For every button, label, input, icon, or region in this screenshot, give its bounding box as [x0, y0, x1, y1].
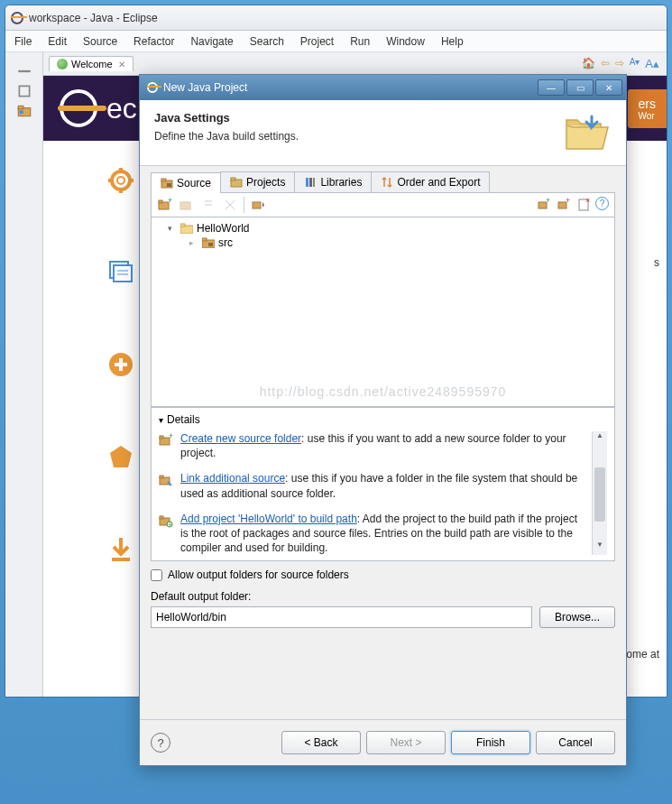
- source-toolbar: + + + × ?: [151, 193, 615, 217]
- watermark-text: http://blog.csdn.net/active2489595970: [260, 384, 507, 399]
- tab-projects[interactable]: Projects: [220, 171, 295, 192]
- dialog-content: Source Projects Libraries Order and Expo…: [140, 166, 626, 719]
- svg-rect-44: [160, 436, 163, 439]
- browse-button[interactable]: Browse...: [539, 606, 615, 628]
- menubar: File Edit Source Refactor Navigate Searc…: [5, 31, 667, 52]
- menu-file[interactable]: File: [14, 35, 32, 48]
- help-icon[interactable]: ?: [595, 197, 609, 210]
- svg-rect-21: [167, 183, 171, 187]
- banner-title: ec: [106, 92, 137, 125]
- details-scrollbar[interactable]: ▲ ▼: [592, 431, 607, 555]
- menu-edit[interactable]: Edit: [48, 35, 67, 48]
- svg-rect-28: [159, 200, 162, 203]
- tab-welcome[interactable]: Welcome ✕: [49, 56, 133, 71]
- tab-close-icon[interactable]: ✕: [118, 60, 125, 69]
- menu-refactor[interactable]: Refactor: [133, 35, 174, 48]
- projects-icon: [230, 176, 243, 189]
- cancel-button[interactable]: Cancel: [536, 731, 615, 754]
- menu-help[interactable]: Help: [441, 35, 464, 48]
- back-icon[interactable]: ⇦: [601, 57, 610, 70]
- tabbar-tools: 🏠 ⇦ ⇨ A▾ A▴: [582, 57, 667, 70]
- svg-text:+: +: [566, 198, 570, 205]
- svg-rect-39: [180, 224, 185, 226]
- back-button[interactable]: < Back: [281, 731, 361, 754]
- order-export-icon: [381, 176, 393, 189]
- source-folder-icon: [202, 237, 215, 248]
- window-controls: — ▭ ✕: [538, 79, 622, 96]
- default-output-input[interactable]: [151, 606, 532, 628]
- svg-rect-26: [313, 178, 315, 187]
- menu-navigate[interactable]: Navigate: [190, 35, 233, 48]
- tab-source[interactable]: Source: [151, 172, 221, 193]
- tree-project-row[interactable]: ▾ HelloWorld: [155, 221, 611, 236]
- svg-point-6: [117, 177, 124, 184]
- package-explorer-icon[interactable]: [16, 103, 32, 119]
- tab-libraries-label: Libraries: [320, 176, 362, 189]
- menu-source[interactable]: Source: [83, 35, 117, 48]
- tab-libraries[interactable]: Libraries: [294, 171, 372, 192]
- welcome-shortcuts: [106, 166, 135, 563]
- scroll-up-icon[interactable]: ▲: [593, 431, 607, 446]
- details-header[interactable]: ▾ Details: [159, 413, 607, 426]
- minimize-icon[interactable]: [16, 63, 32, 79]
- header-title: Java Settings: [154, 111, 561, 125]
- toggle-icon[interactable]: [250, 197, 266, 213]
- download-icon[interactable]: [106, 534, 135, 563]
- badge-top: ers: [639, 97, 656, 111]
- left-gutter: [5, 52, 43, 697]
- help-button[interactable]: ?: [151, 733, 170, 753]
- side-text-1: s: [654, 256, 659, 269]
- chevron-down-icon[interactable]: ▾: [168, 224, 177, 233]
- gear-icon[interactable]: [106, 166, 135, 195]
- svg-text:+: +: [546, 198, 550, 205]
- scroll-thumb[interactable]: [594, 467, 605, 522]
- menu-search[interactable]: Search: [250, 35, 284, 48]
- filter-icon[interactable]: ×: [575, 197, 592, 213]
- add-folder-icon[interactable]: +: [157, 197, 173, 213]
- svg-rect-42: [208, 243, 213, 246]
- next-button[interactable]: Next >: [366, 731, 446, 754]
- svg-point-4: [19, 110, 23, 115]
- svg-text:+: +: [168, 521, 172, 528]
- samples-icon[interactable]: [106, 442, 135, 471]
- allow-output-checkbox[interactable]: [151, 569, 162, 581]
- dialog-titlebar[interactable]: New Java Project — ▭ ✕: [140, 75, 626, 100]
- svg-rect-24: [306, 178, 308, 187]
- link-source-link[interactable]: Link additional source: [180, 472, 285, 485]
- tree-src-row[interactable]: ▸ src: [155, 236, 611, 250]
- link-source-folder-icon: [159, 473, 173, 487]
- maximize-button[interactable]: ▭: [566, 79, 594, 96]
- chevron-down-icon[interactable]: ▾: [159, 415, 163, 425]
- detail-create-source: + Create new source folder: use this if …: [159, 431, 585, 460]
- edit-icon[interactable]: [200, 197, 216, 213]
- menu-run[interactable]: Run: [350, 35, 370, 48]
- allow-output-checkbox-row[interactable]: Allow output folders for source folders: [151, 568, 615, 581]
- new-java-project-dialog: New Java Project — ▭ ✕ Java Settings Def…: [139, 74, 627, 766]
- minimize-button[interactable]: —: [538, 79, 565, 96]
- text-large-icon[interactable]: A▴: [645, 57, 659, 70]
- svg-rect-0: [18, 70, 31, 72]
- close-button[interactable]: ✕: [595, 79, 622, 96]
- forward-icon[interactable]: ⇨: [615, 57, 624, 70]
- menu-project[interactable]: Project: [300, 35, 334, 48]
- add-project-link[interactable]: Add project 'HelloWorld' to build path: [180, 513, 357, 525]
- collapse-icon[interactable]: +: [556, 197, 572, 213]
- create-source-link[interactable]: Create new source folder: [180, 432, 301, 445]
- remove-icon[interactable]: [222, 197, 238, 213]
- chevron-right-icon[interactable]: ▸: [189, 238, 198, 247]
- add-icon[interactable]: [106, 350, 135, 379]
- source-tree[interactable]: ▾ HelloWorld ▸ src http://blog.csdn.net/…: [151, 217, 615, 407]
- home-icon[interactable]: 🏠: [582, 57, 595, 70]
- restore-icon[interactable]: [16, 83, 32, 99]
- expand-icon[interactable]: +: [536, 197, 552, 213]
- svg-text:+: +: [168, 198, 172, 205]
- add-project-icon: +: [159, 513, 173, 528]
- text-small-icon[interactable]: A▾: [630, 57, 640, 70]
- tutorials-icon[interactable]: [106, 258, 135, 287]
- menu-window[interactable]: Window: [386, 35, 425, 48]
- finish-button[interactable]: Finish: [451, 731, 530, 754]
- link-source-icon[interactable]: [179, 197, 195, 213]
- tab-order-export[interactable]: Order and Export: [371, 171, 490, 192]
- scroll-down-icon[interactable]: ▼: [593, 541, 607, 555]
- default-output-label: Default output folder:: [151, 590, 615, 603]
